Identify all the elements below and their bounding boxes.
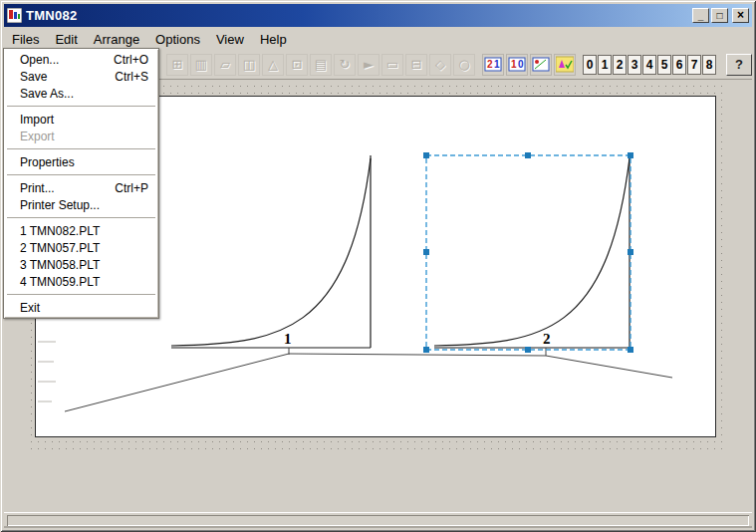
maximize-button[interactable]: □: [711, 8, 728, 23]
diamond-icon-button[interactable]: ◇: [429, 54, 451, 76]
app-window: TMN082 _ □ × Files Edit Arrange Options …: [0, 0, 756, 532]
menu-item-save[interactable]: Save Ctrl+S: [5, 68, 157, 85]
grid-icon: ⊞: [172, 57, 183, 72]
scale-21-button[interactable]: 2 1: [482, 54, 504, 76]
menu-item-label: Open...: [20, 53, 59, 67]
grid-icon-button[interactable]: ⊞: [166, 54, 188, 76]
menu-item-label: Properties: [20, 155, 75, 169]
pen-0-button[interactable]: 0: [583, 55, 597, 75]
menu-item-recent-2[interactable]: 2 TMN057.PLT: [5, 239, 157, 256]
pen-8-button[interactable]: 8: [702, 55, 716, 75]
menu-item-label: Print...: [20, 181, 55, 195]
menu-item-shortcut: Ctrl+S: [103, 70, 148, 84]
svg-text:1: 1: [511, 59, 517, 70]
menu-item-exit[interactable]: Exit: [5, 299, 157, 316]
menu-item-recent-1[interactable]: 1 TMN082.PLT: [5, 222, 157, 239]
menu-item-label: 1 TMN082.PLT: [20, 224, 100, 238]
menu-item-export: Export: [5, 128, 157, 144]
menu-item-shortcut: Ctrl+P: [103, 181, 148, 195]
menu-help[interactable]: Help: [252, 30, 295, 49]
menu-item-label: Exit: [20, 301, 40, 315]
help-button[interactable]: ?: [726, 54, 752, 76]
parallelogram-icon-button[interactable]: ▱: [214, 54, 236, 76]
diamond-icon: ◇: [435, 57, 445, 72]
circle-icon: ○: [458, 57, 469, 72]
triangle-icon-button[interactable]: △: [262, 54, 284, 76]
window-title: TMN082: [26, 8, 690, 23]
menu-item-label: Save As...: [20, 87, 74, 101]
rows-icon-button[interactable]: ▤: [310, 54, 332, 76]
menu-item-save-as[interactable]: Save As...: [5, 85, 157, 102]
menu-edit[interactable]: Edit: [47, 30, 85, 49]
close-button[interactable]: ×: [732, 8, 749, 23]
menu-item-label: 4 TMN059.PLT: [20, 275, 100, 289]
triangle-icon: △: [268, 57, 278, 72]
menu-separator: [7, 174, 155, 175]
rotate-icon-button[interactable]: ↻: [334, 54, 356, 76]
menu-separator: [7, 294, 155, 295]
svg-text:0: 0: [518, 59, 524, 70]
pen-6-button[interactable]: 6: [672, 55, 686, 75]
menu-item-label: Export: [20, 130, 55, 143]
menu-separator: [7, 106, 155, 107]
marker-button[interactable]: [554, 54, 576, 76]
app-icon: [7, 8, 22, 23]
scale-10-icon: 1 0: [508, 56, 526, 74]
menu-item-print[interactable]: Print... Ctrl+P: [5, 179, 157, 196]
collapse-icon-button[interactable]: ⊟: [405, 54, 427, 76]
page-icon-button[interactable]: ▭: [381, 54, 403, 76]
menu-item-import[interactable]: Import: [5, 111, 157, 128]
collapse-icon: ⊟: [411, 57, 422, 72]
svg-text:1: 1: [494, 59, 500, 70]
table-icon: ▥: [195, 57, 207, 72]
page-icon: ▭: [386, 57, 398, 72]
menu-view[interactable]: View: [208, 30, 252, 49]
menu-arrange[interactable]: Arrange: [86, 30, 147, 49]
rotate-icon: ↻: [340, 57, 351, 72]
pen-5-button[interactable]: 5: [657, 55, 671, 75]
menubar: Files Edit Arrange Options View Help: [4, 29, 752, 49]
columns-icon: ◫: [243, 57, 255, 72]
pen-3-button[interactable]: 3: [628, 55, 641, 75]
minimize-button[interactable]: _: [692, 8, 709, 23]
axis-icon: [532, 56, 550, 74]
titlebar[interactable]: TMN082 _ □ ×: [4, 4, 752, 27]
menu-item-label: 3 TMN058.PLT: [20, 258, 100, 272]
parallelogram-icon: ▱: [220, 57, 230, 72]
circle-icon-button[interactable]: ○: [453, 54, 475, 76]
pen-1-button[interactable]: 1: [598, 55, 612, 75]
menu-item-label: 2 TMN057.PLT: [20, 241, 100, 255]
menu-item-printer-setup[interactable]: Printer Setup...: [5, 196, 157, 213]
menu-item-open[interactable]: Open... Ctrl+O: [5, 51, 157, 68]
menu-item-properties[interactable]: Properties: [5, 153, 157, 170]
rows-icon: ▤: [315, 57, 327, 72]
statusbar: [4, 512, 752, 528]
menu-item-recent-3[interactable]: 3 TMN058.PLT: [5, 256, 157, 273]
status-field: [7, 515, 749, 526]
plot-square-icon: ⊡: [292, 57, 303, 72]
marker-icon: [556, 56, 574, 74]
axis-button[interactable]: [530, 54, 552, 76]
cursor-icon-button[interactable]: ►: [358, 54, 379, 76]
scale-10-button[interactable]: 1 0: [506, 54, 528, 76]
menu-item-label: Import: [20, 113, 54, 127]
pen-4-button[interactable]: 4: [642, 55, 656, 75]
menu-item-recent-4[interactable]: 4 TMN059.PLT: [5, 273, 157, 290]
menu-options[interactable]: Options: [147, 30, 208, 49]
cursor-icon: ►: [364, 57, 374, 72]
svg-text:2: 2: [487, 59, 493, 70]
menu-separator: [7, 148, 155, 149]
menu-item-label: Save: [20, 70, 47, 84]
menu-separator: [7, 217, 155, 218]
columns-icon-button[interactable]: ◫: [238, 54, 260, 76]
menu-item-label: Printer Setup...: [20, 198, 100, 212]
files-menu-popup: Open... Ctrl+O Save Ctrl+S Save As... Im…: [3, 48, 159, 319]
pen-2-button[interactable]: 2: [613, 55, 627, 75]
table-icon-button[interactable]: ▥: [190, 54, 212, 76]
menu-files[interactable]: Files: [4, 30, 47, 49]
plot-square-icon-button[interactable]: ⊡: [286, 54, 308, 76]
pen-7-button[interactable]: 7: [687, 55, 701, 75]
menu-item-shortcut: Ctrl+O: [102, 53, 148, 67]
scale-21-icon: 2 1: [484, 56, 502, 74]
